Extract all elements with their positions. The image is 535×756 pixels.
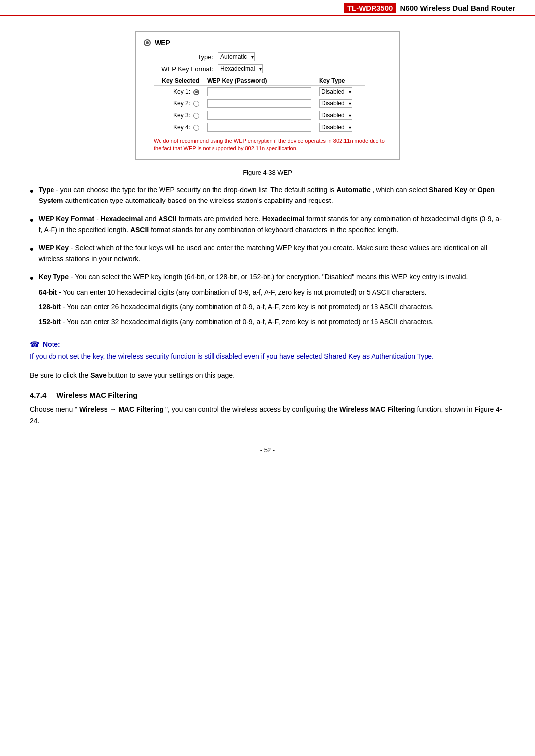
main-content: WEP Type: Automatic WEP Key Format: Hexa… [0, 26, 535, 473]
key-row-4: Key 4:Disabled64-bit128-bit152-bit [154, 121, 365, 133]
key-type-64-text: You can enter 10 hexadecimal digits (any… [63, 288, 426, 296]
key-type-cell-3: Disabled64-bit128-bit152-bit [315, 109, 365, 121]
key-type-select-2[interactable]: Disabled64-bit128-bit152-bit [319, 99, 352, 108]
key-row-2: Key 2:Disabled64-bit128-bit152-bit [154, 98, 365, 109]
key-password-input-1[interactable] [207, 87, 311, 96]
key-label-text-2: Key 2: [173, 100, 190, 107]
key-type-64-bold: 64-bit [39, 288, 57, 296]
key-label-text-1: Key 1: [173, 88, 190, 95]
key-type-select-4[interactable]: Disabled64-bit128-bit152-bit [319, 123, 352, 132]
wep-format-text1: and [145, 215, 158, 223]
key-label-2: Key 2: [154, 98, 203, 109]
mac-para-prefix: Choose menu " [30, 405, 77, 413]
wep-format-dash: - [96, 215, 101, 223]
save-prefix: Be sure to click the [30, 371, 88, 379]
key-type-select-3[interactable]: Disabled64-bit128-bit152-bit [319, 111, 352, 120]
bullet-dot-2: • [30, 211, 34, 229]
header-text: TL-WDR3500 N600 Wireless Dual Band Route… [344, 4, 515, 12]
wep-format-text2: formats are provided here. [179, 215, 262, 223]
key-password-input-4[interactable] [207, 123, 311, 132]
key-password-input-3[interactable] [207, 111, 311, 120]
wep-title: WEP [155, 39, 170, 47]
bullet-item-key-type: • Key Type - You can select the WEP key … [30, 271, 505, 332]
key-label-1: Key 1: [154, 86, 203, 98]
type-bold2: Shared Key [429, 186, 467, 194]
figure-wrapper: WEP Type: Automatic WEP Key Format: Hexa… [30, 31, 505, 176]
key-type-cell-1: Disabled64-bit128-bit152-bit [315, 86, 365, 98]
key-type-128-bold: 128-bit [39, 303, 61, 311]
wep-key-term: WEP Key [39, 244, 69, 252]
wep-radio-button[interactable] [144, 39, 151, 46]
section-heading: 4.7.4 Wireless MAC Filtering [30, 391, 505, 399]
key-label-4: Key 4: [154, 121, 203, 133]
section-number-space [49, 391, 55, 399]
key-type-select-wrapper-1: Disabled64-bit128-bit152-bit [319, 87, 352, 96]
key-type-152-bold: 152-bit [39, 318, 61, 326]
note-section: ☎ Note: If you do not set the key, the w… [30, 340, 505, 362]
key-type-64bit: 64-bit - You can enter 10 hexadecimal di… [39, 287, 505, 298]
save-suffix: button to save your settings on this pag… [108, 371, 235, 379]
key-table: Key Selected WEP Key (Password) Key Type… [154, 76, 365, 133]
key-radio-2[interactable] [193, 101, 199, 107]
wep-key-format-label: WEP Key Format: [154, 65, 218, 73]
bullet-item-wep-key-format: • WEP Key Format - Hexadecimal and ASCII… [30, 213, 505, 236]
key-password-4 [203, 121, 315, 133]
wep-key-text: Select which of the four keys will be us… [39, 244, 487, 262]
save-bold: Save [90, 371, 107, 379]
mac-para-arrow: → [109, 405, 118, 413]
key-type-text: You can select the WEP key length (64-bi… [75, 273, 468, 281]
section-number: 4.7.4 [30, 391, 46, 399]
mac-filtering-para: Choose menu " Wireless → MAC Filtering "… [30, 404, 505, 426]
wep-key-format-select[interactable]: Hexadecimal [218, 64, 263, 73]
key-radio-4[interactable] [193, 125, 199, 131]
key-type-select-wrapper-4: Disabled64-bit128-bit152-bit [319, 123, 352, 132]
key-radio-1[interactable] [193, 89, 199, 95]
note-label: Note: [43, 340, 60, 348]
col-header-key-type: Key Type [315, 76, 365, 86]
product-description: N600 Wireless Dual Band Router [400, 4, 515, 12]
model-badge: TL-WDR3500 [344, 3, 396, 13]
key-row-3: Key 3:Disabled64-bit128-bit152-bit [154, 109, 365, 121]
note-icon: ☎ [30, 340, 40, 349]
bullet-dot-1: • [30, 182, 34, 200]
type-term: Type [39, 186, 54, 194]
bullet-content-wep-format: WEP Key Format - Hexadecimal and ASCII f… [39, 213, 505, 236]
wep-warning: We do not recommend using the WEP encryp… [154, 137, 391, 152]
key-type-128-dash: - [63, 303, 67, 311]
wep-format-bold3: Hexadecimal [262, 215, 305, 223]
section-title: Wireless MAC Filtering [56, 391, 137, 399]
type-text2: , which can select [373, 186, 429, 194]
type-label: Type: [154, 53, 218, 61]
wep-radio-inner [146, 41, 149, 44]
wep-format-bold4: ASCII [130, 226, 149, 234]
key-type-128-text: You can enter 26 hexadecimal digits (any… [67, 303, 434, 311]
col-header-wep-key: WEP Key (Password) [203, 76, 315, 86]
key-type-select-wrapper-3: Disabled64-bit128-bit152-bit [319, 111, 352, 120]
type-text1: you can choose the type for the WEP secu… [60, 186, 336, 194]
key-type-152-text: You can enter 32 hexadecimal digits (any… [67, 318, 434, 326]
key-row-1: Key 1:Disabled64-bit128-bit152-bit [154, 86, 365, 98]
page-number: - 52 - [30, 446, 505, 454]
wep-format-bold2: ASCII [158, 215, 176, 223]
type-dash: - [56, 186, 60, 194]
key-type-152-dash: - [63, 318, 67, 326]
key-radio-3[interactable] [193, 113, 199, 119]
key-label-text-4: Key 4: [173, 124, 190, 131]
key-type-cell-2: Disabled64-bit128-bit152-bit [315, 98, 365, 109]
type-select[interactable]: Automatic [218, 52, 255, 61]
wep-format-text4: format stands for any combination of key… [151, 226, 398, 234]
key-password-input-2[interactable] [207, 99, 311, 108]
bullet-item-type: • Type - you can choose the type for the… [30, 184, 505, 206]
wep-figure-box: WEP Type: Automatic WEP Key Format: Hexa… [135, 31, 400, 160]
col-header-key-selected: Key Selected [154, 76, 203, 86]
key-password-2 [203, 98, 315, 109]
key-type-64-dash: - [59, 288, 63, 296]
type-text3: or [469, 186, 477, 194]
key-type-select-1[interactable]: Disabled64-bit128-bit152-bit [319, 87, 352, 96]
wep-key-format-row: WEP Key Format: Hexadecimal [144, 64, 391, 73]
wep-header-row: WEP [144, 39, 391, 47]
wep-key-format-select-wrapper: Hexadecimal [218, 64, 263, 73]
note-text: If you do not set the key, the wireless … [30, 351, 505, 362]
note-header: ☎ Note: [30, 340, 505, 349]
bullet-content-wep-key: WEP Key - Select which of the four keys … [39, 242, 505, 264]
